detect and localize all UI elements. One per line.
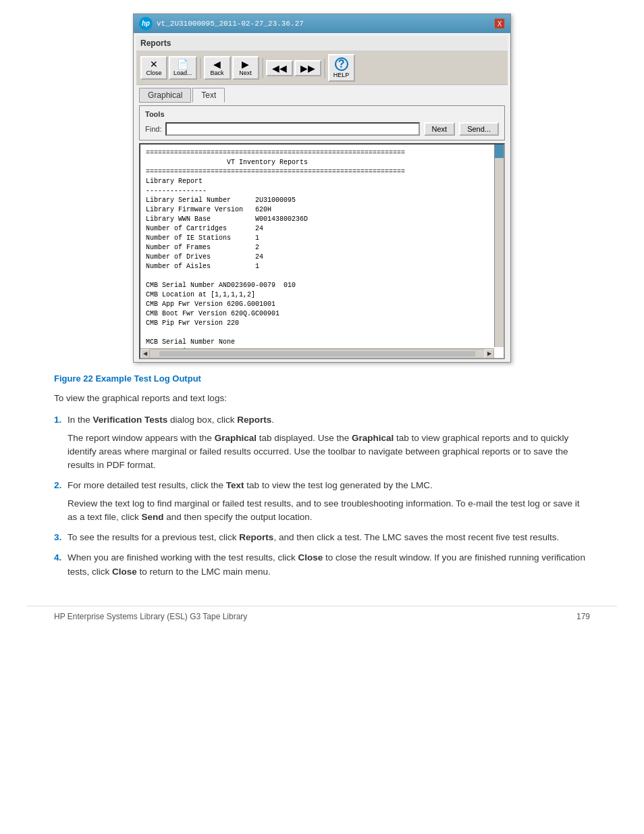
report-content: ========================================… — [140, 145, 504, 359]
step-1-detail: The report window appears with the Graph… — [68, 432, 590, 473]
tools-section: Tools Find: Next Send... — [139, 105, 505, 140]
next-toolbar-label: Next — [239, 70, 252, 76]
close-label: Close — [146, 70, 161, 76]
window-body: Reports ✕ Close 📄 Load... ◀ Back ▶ — [134, 33, 510, 362]
step-4-main: When you are finished working with the t… — [68, 552, 585, 576]
toolbar-sep-1 — [200, 58, 201, 78]
step-2: 2. For more detailed test results, click… — [68, 479, 590, 524]
vertical-scrollbar[interactable] — [494, 145, 504, 347]
send-button[interactable]: Send... — [459, 122, 499, 136]
toolbar-sep-2 — [262, 58, 263, 78]
help-icon: ? — [335, 57, 348, 71]
window-menubar: Reports — [136, 36, 508, 51]
window-title-area: hp vt_2U31000095_2011-02-27_23.36.27 — [139, 17, 304, 30]
horizontal-scrollbar[interactable]: ◀ ▶ — [140, 348, 494, 358]
step-2-number: 2. — [54, 479, 61, 492]
next-icon: ▶ — [242, 59, 249, 69]
figure-caption: Figure 22 Example Test Log Output — [54, 373, 590, 384]
step-1: 1. In the Verification Tests dialog box,… — [68, 413, 590, 472]
last-button[interactable]: ▶▶ — [294, 60, 321, 76]
scrollbar-h-track — [159, 351, 475, 357]
step-4: 4. When you are finished working with th… — [68, 551, 590, 579]
step-3-number: 3. — [54, 531, 61, 544]
toolbar: ✕ Close 📄 Load... ◀ Back ▶ Next — [136, 51, 508, 85]
back-label: Back — [211, 70, 224, 76]
first-button[interactable]: ◀◀ — [266, 60, 293, 76]
find-row: Find: Next Send... — [145, 122, 499, 136]
page-footer: HP Enterprise Systems Library (ESL) G3 T… — [27, 606, 617, 627]
window-title: vt_2U31000095_2011-02-27_23.36.27 — [157, 20, 304, 28]
help-label: HELP — [333, 72, 350, 78]
find-input[interactable] — [165, 122, 419, 136]
page-number: 179 — [576, 612, 590, 621]
back-button[interactable]: ◀ Back — [204, 56, 231, 80]
close-icon: ✕ — [150, 59, 158, 69]
step-1-number: 1. — [54, 413, 61, 427]
next-find-button[interactable]: Next — [424, 122, 456, 136]
step-3: 3. To see the results for a previous tes… — [68, 531, 590, 544]
window-titlebar: hp vt_2U31000095_2011-02-27_23.36.27 X — [134, 14, 510, 33]
tab-graphical[interactable]: Graphical — [139, 88, 191, 103]
back-icon: ◀ — [213, 59, 221, 69]
load-icon: 📄 — [177, 59, 188, 69]
help-button[interactable]: ? HELP — [328, 54, 355, 82]
window-close-button[interactable]: X — [494, 18, 505, 29]
steps-list: 1. In the Verification Tests dialog box,… — [68, 413, 590, 579]
intro-text: To view the graphical reports and text l… — [54, 392, 590, 405]
tabs-row: Graphical Text — [136, 85, 508, 103]
load-button[interactable]: 📄 Load... — [169, 56, 197, 80]
report-area: ========================================… — [139, 143, 505, 359]
close-button[interactable]: ✕ Close — [140, 56, 167, 80]
step-4-number: 4. — [54, 551, 61, 565]
footer-left: HP Enterprise Systems Library (ESL) G3 T… — [54, 612, 247, 621]
scroll-right-arrow[interactable]: ▶ — [485, 349, 494, 359]
toolbar-sep-3 — [324, 58, 325, 78]
menubar-reports: Reports — [140, 38, 171, 48]
page-container: hp vt_2U31000095_2011-02-27_23.36.27 X R… — [0, 0, 644, 654]
find-label: Find: — [145, 125, 161, 133]
screenshot-window: hp vt_2U31000095_2011-02-27_23.36.27 X R… — [133, 14, 511, 363]
first-icon: ◀◀ — [272, 63, 287, 73]
tools-legend: Tools — [145, 110, 499, 118]
last-icon: ▶▶ — [300, 63, 315, 73]
hp-logo: hp — [139, 17, 153, 30]
tab-text[interactable]: Text — [192, 88, 225, 103]
step-3-main: To see the results for a previous test, … — [68, 532, 559, 542]
load-label: Load... — [173, 70, 192, 76]
step-1-main: In the Verification Tests dialog box, cl… — [68, 415, 274, 425]
next-button[interactable]: ▶ Next — [232, 56, 259, 80]
scroll-left-arrow[interactable]: ◀ — [140, 349, 150, 359]
scrollbar-thumb[interactable] — [495, 145, 504, 158]
step-2-detail: Review the text log to find marginal or … — [68, 497, 590, 525]
step-2-main: For more detailed test results, click th… — [68, 480, 433, 490]
